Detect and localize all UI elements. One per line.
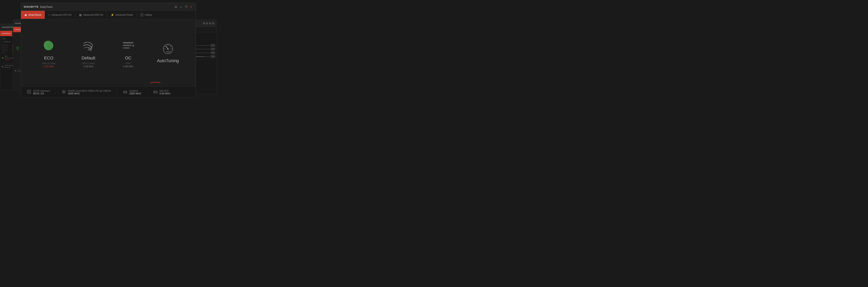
- cpu-name: Intel(R) Core(TM) i5-7600K CPU @ 3.80GHz: [68, 90, 111, 92]
- status-ram: KingSton 2800 MHZ: [117, 90, 147, 95]
- svg-rect-45: [125, 92, 125, 93]
- svg-rect-25: [63, 91, 64, 92]
- mode-card-eco[interactable]: ECO CPU (1 Core) 4.20 GHz: [33, 34, 64, 72]
- main-window: GIGABYTE EasyTune ⚙ — ❐ ✕ ◉ Smart Boost …: [21, 3, 196, 98]
- tab-advanced-power[interactable]: ⚡ Advanced Power: [107, 11, 137, 19]
- svg-line-11: [165, 46, 165, 47]
- svg-rect-49: [154, 91, 155, 93]
- svg-rect-17: [169, 51, 170, 53]
- ghost-icon-10: [212, 22, 214, 25]
- oc-mode-sub: CPU: [126, 62, 130, 65]
- svg-rect-16: [168, 51, 169, 53]
- gpu-name: Intel GFX: [159, 90, 170, 92]
- gpu-icon: [153, 90, 158, 95]
- mobo-name: Z270X-Gaming 8: [33, 90, 50, 92]
- eco-mode-name: ECO: [44, 56, 53, 61]
- oc-icon: [120, 38, 136, 54]
- ghost-slider-label: Boost: [2, 52, 11, 54]
- tab-hotkey[interactable]: K Hotkey: [137, 11, 156, 19]
- nav-bar: ◉ Smart Boost □ Advanced CPU OC ▦ Advanc…: [21, 11, 196, 19]
- svg-rect-4: [123, 45, 131, 46]
- smart-boost-icon: ◉: [25, 13, 27, 17]
- status-bar: Z270X-Gaming 8 BIOS: D3: [21, 87, 196, 98]
- autotuning-indicator: [150, 81, 161, 84]
- ghost-slider-label: Active Core: [2, 44, 11, 46]
- cpu-oc-label: Advanced CPU OC: [52, 13, 72, 16]
- svg-line-12: [170, 46, 171, 47]
- status-gpu: Intel GFX 0.00 MHz: [147, 90, 176, 95]
- hotkey-label: Hotkey: [145, 13, 152, 16]
- default-mode-freq: 4.20 GHz: [83, 65, 93, 68]
- ghost-right-val: 16: [211, 52, 215, 54]
- cpu-icon: [62, 90, 66, 95]
- eco-label-ghost: ECO: [5, 56, 13, 57]
- freq-label-ghost: Frequency: [4, 41, 10, 42]
- cpu-freq: 2600 MHZ: [68, 92, 111, 95]
- ddr-oc-label: Advanced DDR OC: [83, 13, 103, 16]
- titlebar: GIGABYTE EasyTune ⚙ — ❐ ✕: [21, 3, 196, 11]
- settings-icon[interactable]: ⚙: [174, 5, 178, 9]
- profile-label-ghost: Profile: [2, 38, 6, 39]
- svg-point-50: [156, 91, 157, 92]
- oc-mode-freq: 4.40 GHz: [123, 65, 133, 68]
- svg-rect-47: [126, 92, 127, 93]
- mobo-icon: [27, 90, 31, 95]
- tab-advanced-ddr-oc[interactable]: ▦ Advanced DDR OC: [75, 11, 107, 19]
- svg-rect-46: [125, 92, 126, 93]
- svg-point-14: [167, 48, 168, 50]
- mode-card-oc[interactable]: OC CPU 4.40 GHz: [113, 34, 144, 72]
- mode-card-autotuning[interactable]: AutoTuning: [152, 37, 184, 69]
- ghost-logo-1: GIGABYTE: [2, 26, 13, 28]
- ghost-icon-7: [203, 22, 205, 25]
- ddr-oc-icon: ▦: [79, 13, 82, 17]
- cpu-oc-icon: □: [49, 13, 50, 17]
- maximize-icon[interactable]: ❐: [184, 5, 188, 9]
- eco-icon: [41, 38, 57, 54]
- ghost-icon-9: [209, 22, 211, 25]
- smart-boost-label: Smart Boost: [28, 13, 41, 16]
- ghost-slider-label: Active Core: [2, 49, 11, 50]
- hotkey-nav-icon: K: [141, 13, 144, 17]
- ghost-right-val: 28: [211, 44, 215, 47]
- status-motherboard: Z270X-Gaming 8 BIOS: D3: [25, 90, 56, 95]
- eco-sub-ghost: CPU (1 Core): [5, 58, 13, 59]
- svg-marker-15: [166, 51, 168, 53]
- svg-rect-19: [28, 91, 29, 92]
- titlebar-controls: ⚙ — ❐ ✕: [174, 5, 193, 9]
- ghost-right-val: 180: [211, 55, 215, 58]
- eco-mode-sub: CPU (1 Core): [42, 62, 55, 65]
- tab-smart-boost[interactable]: ◉ Smart Boost: [21, 11, 45, 19]
- ghost-right-val: 5: [211, 48, 215, 51]
- status-cpu: Intel(R) Core(TM) i5-7600K CPU @ 3.80GHz…: [56, 90, 117, 95]
- power-icon: ⚡: [111, 13, 114, 17]
- svg-rect-44: [124, 92, 124, 93]
- svg-rect-18: [27, 90, 31, 94]
- tab-advanced-cpu-oc[interactable]: □ Advanced CPU OC: [45, 11, 75, 19]
- autotuning-icon: [160, 41, 176, 56]
- default-mode-sub: CPU (1 Core): [82, 62, 95, 65]
- app-logo: GIGABYTE: [24, 5, 39, 8]
- mobo-bios: BIOS: D3: [33, 92, 50, 95]
- default-icon: [81, 38, 96, 54]
- autotuning-mode-name: AutoTuning: [157, 58, 179, 63]
- minimize-icon[interactable]: —: [179, 5, 183, 9]
- oc-mode-name: OC: [125, 56, 131, 61]
- power-label: Advanced Power: [115, 13, 133, 16]
- ghost-slider-label: Active Core: [2, 46, 11, 48]
- mode-card-default[interactable]: Default CPU (1 Core) 4.20 GHz: [73, 34, 104, 72]
- ghost-tab-smart-boost-1[interactable]: ● Smart Boost: [0, 31, 12, 36]
- app-name: EasyTune: [40, 5, 53, 8]
- ram-icon: [123, 90, 127, 95]
- close-icon[interactable]: ✕: [189, 5, 193, 9]
- ram-brand: KingSton: [129, 90, 141, 92]
- svg-marker-6: [132, 44, 134, 47]
- content-area: ECO CPU (1 Core) 4.20 GHz Default CPU (1…: [21, 19, 196, 87]
- svg-rect-5: [123, 47, 130, 49]
- gpu-freq: 0.00 MHz: [159, 92, 170, 95]
- eco-mode-freq: 4.20 GHz: [44, 65, 54, 68]
- default-mode-name: Default: [82, 56, 95, 61]
- svg-rect-3: [123, 42, 133, 43]
- ram-freq: 2800 MHZ: [129, 92, 141, 95]
- ghost-slider-label: Turbo Core: [2, 51, 11, 52]
- eco-ghz-ghost: 4.20 GHz: [5, 59, 13, 61]
